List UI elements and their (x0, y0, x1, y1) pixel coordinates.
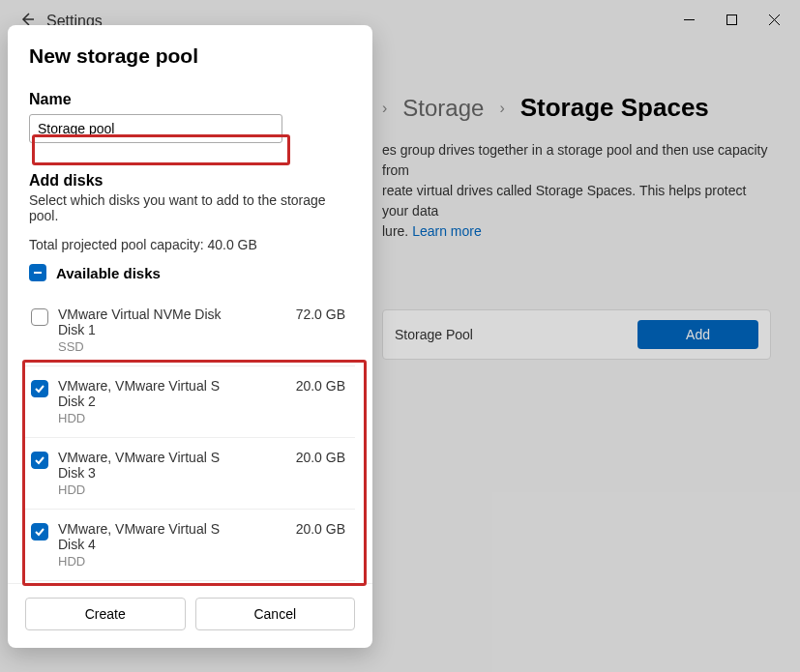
disk-info: VMware, VMware Virtual SDisk 3HDD (58, 450, 286, 497)
disk-list: VMware Virtual NVMe DiskDisk 1SSD72.0 GB… (25, 295, 355, 581)
name-label: Name (29, 91, 355, 108)
create-button[interactable]: Create (25, 598, 186, 630)
disk-checkbox[interactable] (31, 380, 48, 397)
cancel-button[interactable]: Cancel (195, 598, 356, 630)
name-input[interactable] (29, 114, 282, 143)
disk-info: VMware, VMware Virtual SDisk 4HDD (58, 521, 286, 569)
disk-item[interactable]: VMware, VMware Virtual SDisk 3HDD20.0 GB (25, 438, 355, 510)
disk-id: Disk 2 (58, 394, 286, 409)
capacity-text: Total projected pool capacity: 40.0 GB (29, 237, 355, 252)
disk-type: HDD (58, 411, 286, 425)
disk-model: VMware, VMware Virtual S (58, 521, 286, 537)
disk-size: 20.0 GB (296, 378, 349, 394)
disk-item[interactable]: VMware, VMware Virtual SDisk 4HDD20.0 GB (25, 510, 355, 581)
available-disks-label: Available disks (56, 265, 161, 281)
modal-footer: Create Cancel (8, 583, 372, 648)
disk-id: Disk 1 (58, 322, 286, 337)
disk-type: HDD (58, 482, 286, 497)
disk-model: VMware, VMware Virtual S (58, 450, 286, 465)
add-disks-sub: Select which disks you want to add to th… (29, 192, 355, 223)
disk-type: SSD (58, 339, 286, 354)
disk-checkbox[interactable] (31, 523, 48, 541)
disk-model: VMware, VMware Virtual S (58, 378, 286, 394)
disk-model: VMware Virtual NVMe Disk (58, 307, 286, 322)
disk-size: 72.0 GB (296, 307, 349, 322)
disk-id: Disk 3 (58, 465, 286, 481)
disk-item[interactable]: VMware, VMware Virtual SDisk 2HDD20.0 GB (25, 366, 355, 438)
add-disks-label: Add disks (29, 172, 355, 190)
disk-info: VMware, VMware Virtual SDisk 2HDD (58, 378, 286, 425)
new-storage-pool-modal: New storage pool Name Add disks Select w… (8, 25, 372, 648)
disk-type: HDD (58, 554, 286, 569)
available-disks-checkbox[interactable] (29, 264, 46, 281)
disk-checkbox[interactable] (31, 452, 48, 469)
disk-checkbox[interactable] (31, 308, 48, 326)
disk-size: 20.0 GB (296, 450, 349, 465)
modal-title: New storage pool (29, 44, 355, 68)
disk-item[interactable]: VMware Virtual NVMe DiskDisk 1SSD72.0 GB (25, 295, 355, 366)
disk-id: Disk 4 (58, 537, 286, 552)
disk-info: VMware Virtual NVMe DiskDisk 1SSD (58, 307, 286, 354)
disk-size: 20.0 GB (296, 521, 349, 537)
